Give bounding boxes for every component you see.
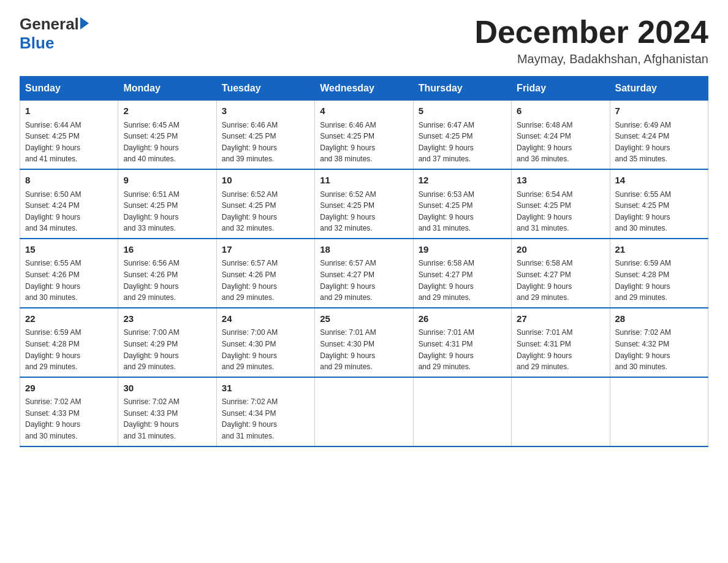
table-row: 17 Sunrise: 6:57 AM Sunset: 4:26 PM Dayl… bbox=[216, 239, 314, 308]
header-thursday: Thursday bbox=[413, 77, 511, 101]
table-row: 23 Sunrise: 7:00 AM Sunset: 4:29 PM Dayl… bbox=[118, 308, 216, 377]
day-info: Sunrise: 7:00 AM Sunset: 4:30 PM Dayligh… bbox=[222, 327, 309, 372]
header-sunday: Sunday bbox=[20, 77, 118, 101]
day-number: 6 bbox=[517, 104, 604, 118]
day-info: Sunrise: 6:52 AM Sunset: 4:25 PM Dayligh… bbox=[222, 189, 309, 234]
table-row: 9 Sunrise: 6:51 AM Sunset: 4:25 PM Dayli… bbox=[118, 169, 216, 239]
table-row: 13 Sunrise: 6:54 AM Sunset: 4:25 PM Dayl… bbox=[512, 169, 610, 239]
day-info: Sunrise: 6:44 AM Sunset: 4:25 PM Dayligh… bbox=[25, 120, 113, 165]
day-number: 9 bbox=[123, 174, 211, 188]
day-info: Sunrise: 6:52 AM Sunset: 4:25 PM Dayligh… bbox=[320, 189, 408, 234]
logo: General Blue bbox=[20, 15, 89, 53]
day-info: Sunrise: 7:02 AM Sunset: 4:33 PM Dayligh… bbox=[123, 396, 211, 442]
table-row: 12 Sunrise: 6:53 AM Sunset: 4:25 PM Dayl… bbox=[413, 169, 511, 239]
calendar-header-row: Sunday Monday Tuesday Wednesday Thursday… bbox=[20, 77, 708, 101]
day-number: 24 bbox=[222, 312, 309, 326]
table-row: 1 Sunrise: 6:44 AM Sunset: 4:25 PM Dayli… bbox=[20, 101, 118, 169]
table-row: 30 Sunrise: 7:02 AM Sunset: 4:33 PM Dayl… bbox=[118, 377, 216, 446]
calendar-week-row: 15 Sunrise: 6:55 AM Sunset: 4:26 PM Dayl… bbox=[20, 239, 708, 308]
logo-triangle-icon bbox=[80, 17, 89, 29]
table-row: 11 Sunrise: 6:52 AM Sunset: 4:25 PM Dayl… bbox=[315, 169, 413, 239]
table-row: 3 Sunrise: 6:46 AM Sunset: 4:25 PM Dayli… bbox=[216, 101, 314, 169]
day-info: Sunrise: 6:55 AM Sunset: 4:25 PM Dayligh… bbox=[615, 189, 703, 234]
day-info: Sunrise: 6:57 AM Sunset: 4:27 PM Dayligh… bbox=[320, 258, 408, 303]
table-row: 26 Sunrise: 7:01 AM Sunset: 4:31 PM Dayl… bbox=[413, 308, 511, 377]
day-number: 31 bbox=[222, 381, 309, 396]
logo-blue: Blue bbox=[20, 34, 54, 53]
location: Maymay, Badakhshan, Afghanistan bbox=[474, 52, 708, 66]
table-row: 22 Sunrise: 6:59 AM Sunset: 4:28 PM Dayl… bbox=[20, 308, 118, 377]
title-block: December 2024 Maymay, Badakhshan, Afghan… bbox=[474, 15, 708, 66]
day-number: 5 bbox=[419, 104, 506, 118]
calendar-table: Sunday Monday Tuesday Wednesday Thursday… bbox=[20, 76, 708, 446]
table-row: 5 Sunrise: 6:47 AM Sunset: 4:25 PM Dayli… bbox=[413, 101, 511, 169]
day-number: 1 bbox=[25, 104, 113, 118]
day-info: Sunrise: 6:53 AM Sunset: 4:25 PM Dayligh… bbox=[419, 189, 506, 234]
table-row: 7 Sunrise: 6:49 AM Sunset: 4:24 PM Dayli… bbox=[610, 101, 708, 169]
day-info: Sunrise: 7:00 AM Sunset: 4:29 PM Dayligh… bbox=[123, 327, 211, 372]
day-info: Sunrise: 6:46 AM Sunset: 4:25 PM Dayligh… bbox=[222, 120, 309, 165]
day-info: Sunrise: 6:47 AM Sunset: 4:25 PM Dayligh… bbox=[419, 120, 506, 165]
day-number: 15 bbox=[25, 243, 113, 257]
day-info: Sunrise: 7:02 AM Sunset: 4:33 PM Dayligh… bbox=[25, 396, 113, 442]
table-row: 15 Sunrise: 6:55 AM Sunset: 4:26 PM Dayl… bbox=[20, 239, 118, 308]
day-info: Sunrise: 6:59 AM Sunset: 4:28 PM Dayligh… bbox=[615, 258, 703, 303]
table-row: 18 Sunrise: 6:57 AM Sunset: 4:27 PM Dayl… bbox=[315, 239, 413, 308]
day-info: Sunrise: 6:50 AM Sunset: 4:24 PM Dayligh… bbox=[25, 189, 113, 234]
day-number: 10 bbox=[222, 174, 309, 188]
day-info: Sunrise: 6:45 AM Sunset: 4:25 PM Dayligh… bbox=[123, 120, 211, 165]
table-row bbox=[413, 377, 511, 446]
table-row: 24 Sunrise: 7:00 AM Sunset: 4:30 PM Dayl… bbox=[216, 308, 314, 377]
table-row: 10 Sunrise: 6:52 AM Sunset: 4:25 PM Dayl… bbox=[216, 169, 314, 239]
day-info: Sunrise: 6:51 AM Sunset: 4:25 PM Dayligh… bbox=[123, 189, 211, 234]
table-row: 28 Sunrise: 7:02 AM Sunset: 4:32 PM Dayl… bbox=[610, 308, 708, 377]
day-info: Sunrise: 6:58 AM Sunset: 4:27 PM Dayligh… bbox=[419, 258, 506, 303]
day-number: 17 bbox=[222, 243, 309, 257]
day-number: 13 bbox=[517, 174, 604, 188]
day-number: 16 bbox=[123, 243, 211, 257]
table-row bbox=[610, 377, 708, 446]
day-number: 28 bbox=[615, 312, 703, 326]
logo-general: General bbox=[20, 15, 79, 34]
day-info: Sunrise: 7:01 AM Sunset: 4:31 PM Dayligh… bbox=[419, 327, 506, 372]
table-row: 4 Sunrise: 6:46 AM Sunset: 4:25 PM Dayli… bbox=[315, 101, 413, 169]
header-tuesday: Tuesday bbox=[216, 77, 314, 101]
day-number: 3 bbox=[222, 104, 309, 118]
day-info: Sunrise: 6:46 AM Sunset: 4:25 PM Dayligh… bbox=[320, 120, 408, 165]
day-number: 19 bbox=[419, 243, 506, 257]
day-number: 21 bbox=[615, 243, 703, 257]
day-number: 18 bbox=[320, 243, 408, 257]
table-row: 6 Sunrise: 6:48 AM Sunset: 4:24 PM Dayli… bbox=[512, 101, 610, 169]
logo-text: General bbox=[20, 15, 89, 34]
table-row bbox=[512, 377, 610, 446]
day-number: 20 bbox=[517, 243, 604, 257]
header-friday: Friday bbox=[512, 77, 610, 101]
day-info: Sunrise: 6:48 AM Sunset: 4:24 PM Dayligh… bbox=[517, 120, 604, 165]
day-number: 8 bbox=[25, 174, 113, 188]
day-info: Sunrise: 7:01 AM Sunset: 4:31 PM Dayligh… bbox=[517, 327, 604, 372]
day-info: Sunrise: 7:02 AM Sunset: 4:34 PM Dayligh… bbox=[222, 396, 309, 442]
day-number: 11 bbox=[320, 174, 408, 188]
header-monday: Monday bbox=[118, 77, 216, 101]
header-saturday: Saturday bbox=[610, 77, 708, 101]
month-title: December 2024 bbox=[474, 15, 708, 50]
day-number: 27 bbox=[517, 312, 604, 326]
day-number: 22 bbox=[25, 312, 113, 326]
day-info: Sunrise: 6:55 AM Sunset: 4:26 PM Dayligh… bbox=[25, 258, 113, 303]
day-info: Sunrise: 6:59 AM Sunset: 4:28 PM Dayligh… bbox=[25, 327, 113, 372]
day-info: Sunrise: 6:58 AM Sunset: 4:27 PM Dayligh… bbox=[517, 258, 604, 303]
calendar-week-row: 22 Sunrise: 6:59 AM Sunset: 4:28 PM Dayl… bbox=[20, 308, 708, 377]
day-number: 12 bbox=[419, 174, 506, 188]
table-row: 29 Sunrise: 7:02 AM Sunset: 4:33 PM Dayl… bbox=[20, 377, 118, 446]
day-info: Sunrise: 7:02 AM Sunset: 4:32 PM Dayligh… bbox=[615, 327, 703, 372]
day-info: Sunrise: 7:01 AM Sunset: 4:30 PM Dayligh… bbox=[320, 327, 408, 372]
table-row: 20 Sunrise: 6:58 AM Sunset: 4:27 PM Dayl… bbox=[512, 239, 610, 308]
day-info: Sunrise: 6:49 AM Sunset: 4:24 PM Dayligh… bbox=[615, 120, 703, 165]
table-row: 19 Sunrise: 6:58 AM Sunset: 4:27 PM Dayl… bbox=[413, 239, 511, 308]
table-row: 2 Sunrise: 6:45 AM Sunset: 4:25 PM Dayli… bbox=[118, 101, 216, 169]
day-number: 25 bbox=[320, 312, 408, 326]
table-row: 21 Sunrise: 6:59 AM Sunset: 4:28 PM Dayl… bbox=[610, 239, 708, 308]
table-row: 27 Sunrise: 7:01 AM Sunset: 4:31 PM Dayl… bbox=[512, 308, 610, 377]
calendar-week-row: 8 Sunrise: 6:50 AM Sunset: 4:24 PM Dayli… bbox=[20, 169, 708, 239]
day-info: Sunrise: 6:54 AM Sunset: 4:25 PM Dayligh… bbox=[517, 189, 604, 234]
